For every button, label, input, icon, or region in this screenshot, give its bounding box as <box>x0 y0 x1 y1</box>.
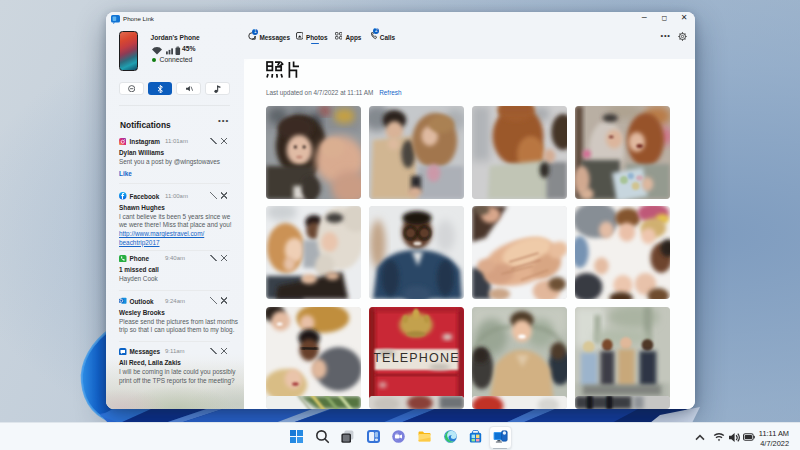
svg-text:TELEPHONE: TELEPHONE <box>373 350 459 364</box>
